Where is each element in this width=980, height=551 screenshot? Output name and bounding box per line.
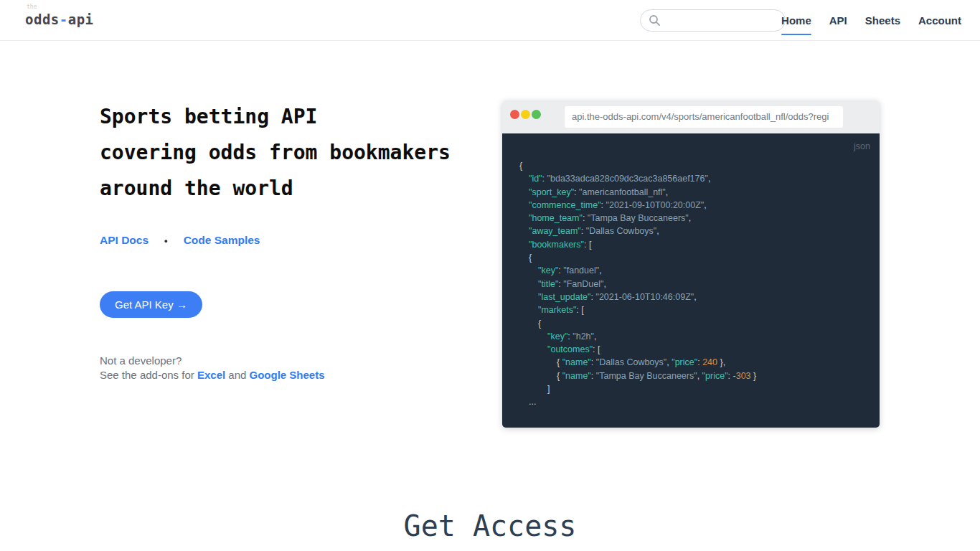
nav-item-account[interactable]: Account (918, 0, 961, 41)
logo-text: odds-api (25, 11, 94, 27)
logo-the-text: the (27, 4, 94, 10)
language-badge: json (854, 141, 870, 151)
note-and: and (228, 369, 246, 381)
title-line: Sports betting API (100, 99, 487, 135)
nav-item-api[interactable]: API (829, 0, 847, 41)
search-icon (649, 14, 661, 27)
hero-links: API Docs • Code Samples (100, 234, 260, 247)
code-samples-link[interactable]: Code Samples (184, 234, 260, 247)
traffic-light-green-icon (532, 110, 541, 119)
note-prefix: See the add-ons for (100, 369, 194, 381)
url-bar[interactable]: api.the-odds-api.com/v4/sports/americanf… (565, 106, 843, 128)
traffic-light-red-icon (510, 110, 519, 119)
nav-item-sheets[interactable]: Sheets (865, 0, 900, 41)
separator-dot: • (164, 235, 168, 246)
excel-link[interactable]: Excel (197, 369, 225, 381)
code-window: api.the-odds-api.com/v4/sports/americanf… (502, 100, 880, 428)
google-sheets-link[interactable]: Google Sheets (250, 369, 325, 381)
logo[interactable]: the odds-api (25, 4, 94, 29)
nav-item-home[interactable]: Home (781, 0, 811, 41)
search-input[interactable] (665, 15, 778, 26)
title-line: covering odds from bookmakers (100, 135, 487, 171)
note-line1: Not a developer? (100, 354, 325, 368)
json-code-block: {"id": "bda33adca828c09dc3cac3a856aef176… (519, 159, 874, 409)
addons-note: Not a developer? See the add-ons for Exc… (100, 354, 325, 382)
main-nav: Home API Sheets Account (781, 0, 961, 41)
section-title-get-access: Get Access (0, 509, 980, 542)
search-box[interactable] (640, 9, 786, 32)
code-window-titlebar: api.the-odds-api.com/v4/sports/americanf… (502, 100, 880, 133)
page-title: Sports betting API covering odds from bo… (100, 99, 487, 207)
traffic-light-yellow-icon (521, 110, 530, 119)
code-window-body: json {"id": "bda33adca828c09dc3cac3a856a… (502, 133, 880, 428)
api-docs-link[interactable]: API Docs (100, 234, 149, 247)
logo-hyphen: - (60, 11, 68, 27)
header: the odds-api Home API Sheets Account (0, 0, 980, 41)
note-line2: See the add-ons for Excel and Google She… (100, 368, 325, 382)
get-api-key-button[interactable]: Get API Key → (100, 291, 202, 318)
title-line: around the world (100, 171, 487, 207)
